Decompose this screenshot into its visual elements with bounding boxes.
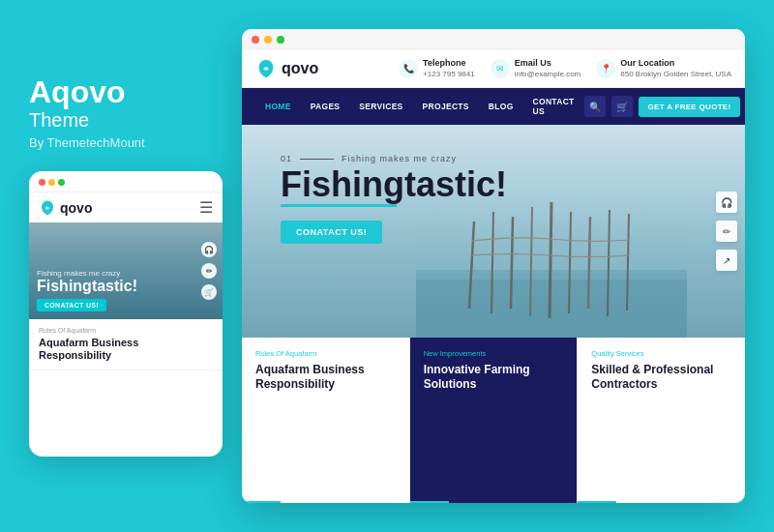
card-aquafarm-title: Aquafarm Business Responsibility (255, 363, 396, 392)
location-text: Our Location 650 Broklyn Golden Street, … (620, 58, 731, 79)
dot-green (58, 179, 65, 186)
card-aquafarm-border (242, 501, 281, 503)
brand-block: Aqovo Theme By ThemetechMount (29, 75, 242, 150)
svg-line-6 (550, 202, 551, 318)
hero-icon-share[interactable]: ↗ (716, 250, 737, 271)
mobile-hero: Fishing makes me crazy Fishingtastic! CO… (29, 222, 223, 319)
mobile-mockup: qovo ☰ Fishing makes me crazy Fishingtas… (29, 171, 223, 457)
edit-icon: ✏ (201, 263, 217, 279)
site-logo: qovo (255, 58, 318, 79)
site-logo-text: qovo (282, 60, 318, 77)
dot-red (39, 179, 45, 186)
mobile-side-icons: 🎧 ✏ 🛒 (201, 242, 217, 300)
card-skilled: Quality Services Skilled & Professional … (578, 338, 745, 503)
hero-number-line (300, 159, 334, 160)
headphone-icon: 🎧 (201, 242, 217, 257)
brand-theme: Theme (29, 109, 242, 132)
mobile-topbar (29, 171, 223, 192)
cart-button[interactable]: 🛒 (611, 96, 633, 117)
mobile-card: Rules Of Aquafarm Aquafarm Business Resp… (29, 319, 223, 370)
phone-icon: 📞 (399, 59, 418, 78)
card-innovative-label: New Improvements (424, 349, 564, 358)
hero-content: 01 Fishing makes me crazy Fishingtastic!… (281, 154, 507, 244)
search-button[interactable]: 🔍 (584, 96, 606, 117)
card-innovative: New Improvements Innovative Farming Solu… (410, 338, 579, 503)
hero-cta-button[interactable]: CONATACT US! (281, 221, 382, 244)
mobile-logo: qovo (39, 199, 92, 217)
mobile-logo-icon (39, 199, 56, 217)
card-aquafarm-label: Rules Of Aquafarm (255, 349, 396, 358)
card-skilled-border (578, 501, 616, 503)
mobile-hero-content: Fishing makes me crazy Fishingtastic! CO… (37, 269, 215, 312)
contact-location: 📍 Our Location 650 Broklyn Golden Street… (596, 58, 731, 79)
desktop-dot-red (252, 36, 259, 44)
hero-number: 01 Fishing makes me crazy (281, 154, 507, 163)
mobile-cta-button[interactable]: CONATACT US! (37, 299, 106, 311)
site-nav: HOME PAGES SERVICES PROJECTS BLOG CONTAC… (242, 88, 745, 125)
desktop-dot-yellow (264, 36, 272, 44)
cart-icon: 🛒 (201, 284, 217, 300)
dot-yellow (48, 179, 55, 186)
mobile-logo-row: qovo ☰ (29, 192, 223, 222)
mobile-card-label: Rules Of Aquafarm (39, 327, 213, 334)
site-header-top: qovo 📞 Telephone +123 795 9841 ✉ Email U… (242, 50, 745, 88)
mobile-logo-text: qovo (60, 200, 92, 216)
hero-icon-edit[interactable]: ✏ (716, 221, 737, 242)
card-skilled-title: Skilled & Professional Contractors (591, 363, 731, 392)
mobile-tagline: Fishing makes me crazy (37, 269, 215, 278)
card-skilled-label: Quality Services (591, 349, 731, 358)
mobile-dots (39, 179, 65, 186)
nav-projects[interactable]: PROJECTS (413, 93, 479, 120)
nav-contact[interactable]: CONTACT US (523, 88, 584, 125)
location-icon: 📍 (596, 59, 615, 78)
card-innovative-border (410, 501, 449, 503)
card-aquafarm: Rules Of Aquafarm Aquafarm Business Resp… (242, 338, 410, 503)
mobile-hero-title: Fishingtastic! (37, 278, 215, 295)
brand-name: Aqovo (29, 75, 242, 109)
card-innovative-title: Innovative Farming Solutions (424, 363, 564, 392)
header-contact: 📞 Telephone +123 795 9841 ✉ Email Us inf… (399, 58, 731, 79)
desktop-dot-green (277, 36, 284, 44)
nav-blog[interactable]: BLOG (479, 93, 523, 120)
phone-text: Telephone +123 795 9841 (423, 58, 475, 79)
nav-home[interactable]: HOME (255, 93, 301, 120)
brand-by: By ThemetechMount (29, 135, 242, 150)
nav-pages[interactable]: PAGES (301, 93, 350, 120)
hero-title-underline (281, 204, 397, 207)
nav-right: 🔍 🛒 GET A FREE QUOTE! (584, 96, 741, 117)
email-icon: ✉ (491, 59, 510, 78)
free-quote-button[interactable]: GET A FREE QUOTE! (639, 97, 741, 117)
contact-phone: 📞 Telephone +123 795 9841 (399, 58, 475, 79)
left-panel: Aqovo Theme By ThemetechMount qovo ☰ (29, 75, 242, 457)
cards-section: Rules Of Aquafarm Aquafarm Business Resp… (242, 338, 745, 503)
site-hero: 01 Fishing makes me crazy Fishingtastic!… (242, 125, 745, 338)
site-logo-icon (255, 58, 277, 79)
desktop-mockup: qovo 📞 Telephone +123 795 9841 ✉ Email U… (242, 29, 745, 503)
hero-right-icons: 🎧 ✏ ↗ (716, 192, 737, 271)
nav-services[interactable]: SERVICES (349, 93, 412, 120)
hero-title: Fishingtastic! (281, 167, 507, 202)
mobile-card-title: Aquafarm Business Responsibility (39, 337, 213, 362)
desktop-topbar (242, 29, 745, 50)
email-text: Email Us info@example.com (515, 58, 581, 79)
contact-email: ✉ Email Us info@example.com (491, 58, 581, 79)
hero-icon-headphone[interactable]: 🎧 (716, 192, 737, 213)
hamburger-icon[interactable]: ☰ (199, 198, 213, 217)
